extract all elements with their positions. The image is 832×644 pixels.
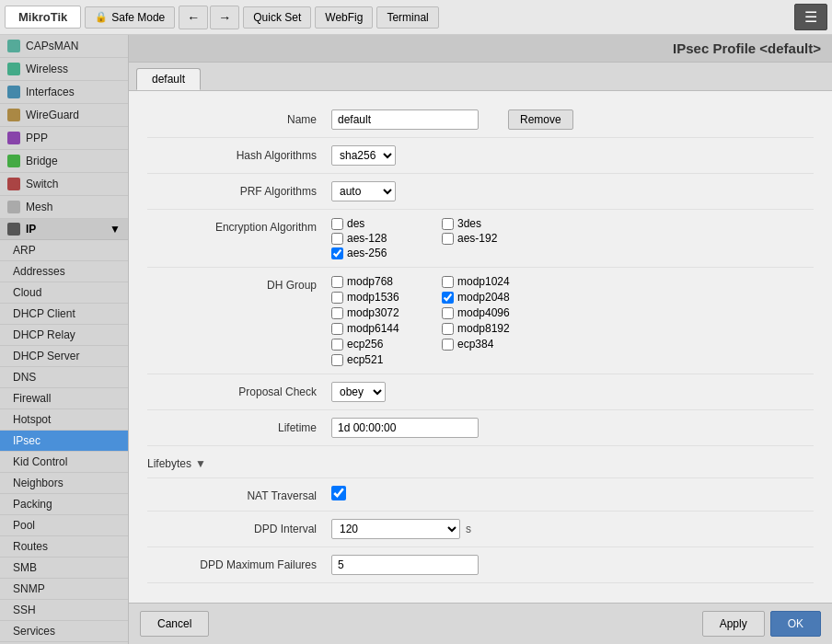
sidebar-subitem-packing[interactable]: Packing [0, 494, 128, 515]
sidebar-item-interfaces[interactable]: Interfaces [0, 81, 128, 104]
nat-traversal-checkbox[interactable] [331, 486, 346, 500]
forward-button[interactable]: → [210, 6, 239, 29]
name-label: Name [147, 109, 331, 126]
lifebytes-expand-icon[interactable]: ▼ [195, 457, 206, 470]
webfig-button[interactable]: WebFig [315, 6, 373, 29]
menu-button[interactable]: ☰ [794, 4, 827, 30]
sidebar-item-switch[interactable]: Switch [0, 173, 128, 196]
sidebar-subitem-dhcp-relay[interactable]: DHCP Relay [0, 325, 128, 346]
name-input[interactable] [331, 109, 479, 130]
lifetime-control [331, 418, 814, 438]
sidebar-item-ppp[interactable]: PPP [0, 127, 128, 150]
dh-modp768-checkbox[interactable] [331, 276, 343, 288]
dh-ecp256-checkbox[interactable] [331, 339, 343, 351]
enc-aes192-item: aes-192 [442, 232, 552, 245]
sidebar-subitem-dhcp-client[interactable]: DHCP Client [0, 304, 128, 325]
sidebar-subitem-dhcp-server[interactable]: DHCP Server [0, 346, 128, 367]
content-area: IPsec Profile <default> default Name Rem… [129, 35, 832, 644]
main-layout: CAPsMAN Wireless Interfaces WireGuard PP… [0, 35, 832, 644]
dh-modp4096-checkbox[interactable] [442, 307, 454, 319]
back-button[interactable]: ← [179, 6, 208, 29]
ok-button[interactable]: OK [770, 611, 821, 637]
sidebar-item-wireguard[interactable]: WireGuard [0, 104, 128, 127]
sidebar-item-bridge[interactable]: Bridge [0, 150, 128, 173]
mesh-icon [7, 201, 20, 213]
sidebar-label-capsman: CAPsMAN [26, 40, 78, 52]
dpd-interval-select[interactable]: 120 30 60 180 300 [331, 519, 460, 539]
cancel-button[interactable]: Cancel [140, 611, 209, 637]
enc-aes256-label: aes-256 [347, 247, 387, 259]
interfaces-icon [7, 86, 20, 98]
dh-ecp521-checkbox[interactable] [331, 354, 343, 366]
dh-modp1024-label: modp1024 [457, 275, 510, 288]
dh-modp768-label: modp768 [347, 275, 393, 288]
sidebar-subitem-cloud[interactable]: Cloud [0, 282, 128, 304]
prf-algorithms-select[interactable]: auto md5 sha1 sha256 [331, 181, 396, 201]
sidebar-subitem-kid-control[interactable]: Kid Control [0, 452, 128, 473]
sidebar-item-mesh[interactable]: Mesh [0, 196, 128, 219]
dh-modp1536-item: modp1536 [331, 291, 442, 304]
dh-modp3072-checkbox[interactable] [331, 307, 343, 319]
sidebar-subitem-firewall[interactable]: Firewall [0, 388, 128, 409]
lifetime-input[interactable] [331, 418, 479, 438]
lifetime-label: Lifetime [147, 418, 331, 434]
sidebar-subitem-arp[interactable]: ARP [0, 240, 128, 261]
dh-modp6144-item: modp6144 [331, 322, 442, 335]
dh-group-control: modp768 modp1024 modp1536 modp2048 [331, 275, 814, 366]
nat-traversal-label: NAT Traversal [147, 486, 331, 502]
dpd-max-failures-row: DPD Maximum Failures [147, 547, 814, 583]
dh-modp1536-checkbox[interactable] [331, 292, 343, 304]
dh-ecp384-checkbox[interactable] [442, 339, 454, 351]
sidebar-label-ppp: PPP [26, 132, 48, 144]
enc-aes192-checkbox[interactable] [442, 233, 454, 245]
enc-aes128-checkbox[interactable] [331, 233, 343, 245]
sidebar-subitem-snmp[interactable]: SNMP [0, 579, 128, 600]
sidebar-subitem-routes[interactable]: Routes [0, 536, 128, 558]
sidebar-subitem-ipsec[interactable]: IPsec [0, 431, 128, 452]
dh-modp1024-item: modp1024 [442, 275, 571, 288]
form-area: Name Remove Hash Algorithms md5 sha1 sha… [129, 91, 832, 603]
hash-algorithms-row: Hash Algorithms md5 sha1 sha256 sha384 s… [147, 138, 814, 174]
dh-modp1024-checkbox[interactable] [442, 276, 454, 288]
encryption-row: Encryption Algorithm des 3des [147, 210, 814, 268]
dh-modp768-item: modp768 [331, 275, 442, 288]
hash-algorithms-label: Hash Algorithms [147, 145, 331, 162]
proposal-check-select[interactable]: obey claim strict exact [331, 382, 386, 402]
sidebar-label-interfaces: Interfaces [26, 86, 75, 98]
remove-button[interactable]: Remove [508, 109, 573, 130]
sidebar-item-capsman[interactable]: CAPsMAN [0, 35, 128, 58]
dh-group-label: DH Group [147, 275, 331, 292]
dh-modp6144-checkbox[interactable] [331, 323, 343, 335]
dpd-max-failures-control [331, 555, 814, 575]
dh-group-row: DH Group modp768 modp1024 mo [147, 268, 814, 374]
dh-ecp521-item: ecp521 [331, 353, 442, 366]
hash-algorithms-select[interactable]: md5 sha1 sha256 sha384 sha512 [331, 145, 396, 166]
sidebar-subitem-addresses[interactable]: Addresses [0, 261, 128, 282]
dh-modp2048-label: modp2048 [457, 291, 510, 304]
sidebar-subitem-dns[interactable]: DNS [0, 367, 128, 388]
safe-mode-button[interactable]: Safe Mode [85, 6, 175, 29]
sidebar-subitem-smb[interactable]: SMB [0, 558, 128, 579]
dpd-max-failures-label: DPD Maximum Failures [147, 555, 331, 571]
dh-modp2048-item: modp2048 [442, 291, 571, 304]
sidebar-subitem-services[interactable]: Services [0, 621, 128, 642]
enc-3des-checkbox[interactable] [442, 218, 454, 230]
enc-des-checkbox[interactable] [331, 218, 343, 230]
dh-modp2048-checkbox[interactable] [442, 292, 454, 304]
sidebar-subitem-hotspot[interactable]: Hotspot [0, 409, 128, 431]
sidebar-item-wireless[interactable]: Wireless [0, 58, 128, 81]
lifetime-row: Lifetime [147, 410, 814, 446]
enc-aes256-checkbox[interactable] [331, 247, 343, 259]
lifebytes-label: Lifebytes ▼ [147, 454, 331, 470]
apply-button[interactable]: Apply [702, 611, 765, 637]
quick-set-button[interactable]: Quick Set [243, 6, 311, 29]
dh-modp8192-checkbox[interactable] [442, 323, 454, 335]
tab-default[interactable]: default [136, 68, 201, 90]
sidebar-item-ip[interactable]: IP ▼ [0, 219, 128, 240]
bottom-right-buttons: Apply OK [702, 611, 821, 637]
dpd-max-failures-input[interactable] [331, 555, 479, 575]
sidebar-subitem-ssh[interactable]: SSH [0, 600, 128, 621]
sidebar-subitem-pool[interactable]: Pool [0, 515, 128, 536]
terminal-button[interactable]: Terminal [376, 6, 438, 29]
sidebar-subitem-neighbors[interactable]: Neighbors [0, 473, 128, 494]
